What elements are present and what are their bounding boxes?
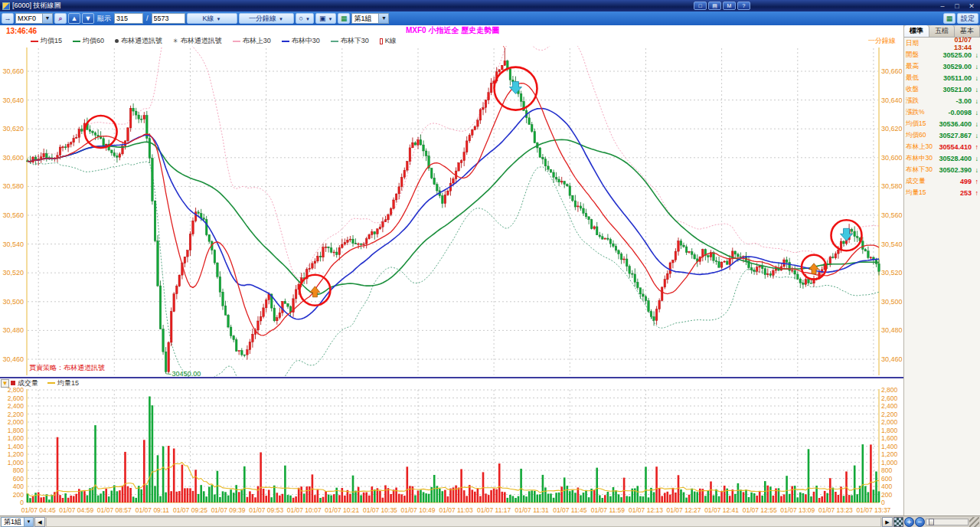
quote-row-均量15: 均量15 253 ↑ bbox=[904, 187, 980, 198]
legend-item-3: ✳布林通道訊號 bbox=[173, 36, 222, 46]
zoom-out-button[interactable]: − bbox=[915, 517, 925, 527]
price-gridlines: 30,46030,46030,48030,48030,50030,50030,5… bbox=[2, 47, 902, 375]
svg-text:30,540: 30,540 bbox=[2, 241, 24, 248]
svg-text:01/07 13:37: 01/07 13:37 bbox=[856, 506, 890, 514]
quote-value: -0.0098 bbox=[939, 109, 972, 116]
quote-row-布林中30: 布林中30 30528.400 ↓ bbox=[904, 152, 980, 164]
volume-chart[interactable]: 002002004004006006008008001,0001,0001,20… bbox=[0, 388, 903, 516]
close-button[interactable]: ✕ bbox=[965, 2, 978, 11]
svg-text:01/07 12:55: 01/07 12:55 bbox=[743, 506, 777, 514]
svg-text:200: 200 bbox=[13, 491, 24, 499]
scroll-up-button[interactable]: ▲ bbox=[68, 13, 80, 24]
time-axis-labels: 01/07 04:4501/07 04:5901/07 08:5701/07 0… bbox=[21, 506, 891, 514]
chevron-down-icon[interactable]: ▼ bbox=[378, 14, 388, 23]
svg-text:0: 0 bbox=[881, 499, 885, 506]
ktype-dropdown-button[interactable]: K線▼ bbox=[187, 13, 237, 24]
quote-value: 30528.400 bbox=[939, 155, 972, 162]
group-combo-bottom[interactable]: 第1組 ▼ bbox=[1, 517, 34, 527]
legend-item-0: 均價15 bbox=[31, 36, 62, 46]
svg-text:01/07 10:49: 01/07 10:49 bbox=[401, 506, 436, 514]
window-tool-button-3[interactable]: M bbox=[723, 2, 736, 10]
excel-export-button[interactable]: ▦ bbox=[943, 13, 956, 24]
image-icon: ▣ bbox=[319, 15, 326, 22]
resize-grip[interactable] bbox=[969, 517, 979, 527]
down-arrow-icon: ↓ bbox=[972, 132, 978, 139]
legend-marker bbox=[115, 39, 119, 43]
nav-arrow-icon[interactable]: → bbox=[2, 13, 14, 24]
overlay-dropdown-button[interactable]: ○▼ bbox=[296, 13, 314, 24]
svg-text:30,520: 30,520 bbox=[881, 269, 903, 277]
maximize-button[interactable]: □ bbox=[951, 2, 963, 11]
svg-text:01/07 12:13: 01/07 12:13 bbox=[629, 506, 663, 514]
chevron-down-icon[interactable]: ▼ bbox=[24, 518, 33, 526]
window-tool-button-2[interactable]: ▤ bbox=[708, 2, 721, 10]
panel-tab-標準[interactable]: 標準 bbox=[904, 25, 929, 37]
svg-text:01/07 11:31: 01/07 11:31 bbox=[515, 506, 550, 514]
volume-tool-icon[interactable]: ▼ bbox=[1, 379, 9, 388]
zoom-slider-handle[interactable] bbox=[929, 519, 934, 525]
svg-text:30,460: 30,460 bbox=[2, 355, 24, 363]
legend-item-5: 布林中30 bbox=[282, 36, 320, 46]
legend-item-6: 布林下30 bbox=[331, 36, 369, 46]
symbol-value: MXF0 bbox=[16, 15, 42, 22]
down-arrow-icon: ↓ bbox=[972, 120, 978, 128]
svg-text:1,000: 1,000 bbox=[8, 459, 24, 466]
minimize-button[interactable]: – bbox=[936, 2, 949, 11]
svg-text:1,600: 1,600 bbox=[881, 434, 898, 442]
svg-text:1,200: 1,200 bbox=[881, 450, 898, 458]
chevron-down-icon[interactable]: ▼ bbox=[42, 14, 52, 23]
volume-legend-item-1: 均量15 bbox=[47, 378, 79, 388]
session-clock: 13:46:46 bbox=[6, 27, 37, 35]
svg-text:2,400: 2,400 bbox=[8, 402, 24, 410]
quote-row-收盤: 收盤 30521.00 ↓ bbox=[904, 83, 980, 95]
interval-dropdown-button[interactable]: 一分鐘線▼ bbox=[239, 13, 294, 24]
quote-row-最低: 最低 30511.00 ↓ bbox=[904, 72, 980, 83]
quote-row-漲跌%: 漲跌% -0.0098 ↓ bbox=[904, 106, 980, 118]
chevron-down-icon: ▼ bbox=[279, 17, 283, 21]
group-combo[interactable]: 第1組 ▼ bbox=[351, 13, 389, 24]
image-dropdown-button[interactable]: ▣▼ bbox=[315, 13, 336, 24]
settings-button[interactable]: 設定 bbox=[957, 13, 978, 24]
quote-value: 30554.410 bbox=[939, 143, 972, 151]
svg-text:600: 600 bbox=[13, 475, 24, 483]
strategy-label: 買賣策略：布林通道訊號 bbox=[29, 364, 105, 372]
quote-value: 30527.867 bbox=[939, 132, 972, 139]
symbol-combo[interactable]: MXF0 ▼ bbox=[15, 13, 53, 24]
svg-text:01/07 08:57: 01/07 08:57 bbox=[97, 506, 132, 514]
quote-row-布林上30: 布林上30 30554.410 ↑ bbox=[904, 141, 980, 152]
quote-value: 30525.00 bbox=[939, 51, 972, 59]
legend-marker bbox=[331, 41, 338, 42]
zoom-slider[interactable] bbox=[926, 519, 969, 525]
quote-row-均價15: 均價15 30536.400 ↓ bbox=[904, 118, 980, 129]
quote-row-布林下30: 布林下30 30502.390 ↓ bbox=[904, 164, 980, 175]
grid-toggle-icon[interactable] bbox=[893, 517, 903, 527]
magnifier-button[interactable]: ⌕ bbox=[54, 13, 67, 24]
down-arrow-icon: ↓ bbox=[972, 74, 978, 82]
quote-value: 30502.390 bbox=[939, 166, 972, 174]
scroll-down-button[interactable]: ▼ bbox=[82, 13, 94, 24]
horizontal-scrollbar[interactable] bbox=[46, 517, 881, 527]
window-tool-button-4[interactable]: ? bbox=[737, 2, 750, 10]
zoom-in-button[interactable]: + bbox=[904, 517, 914, 527]
svg-text:2,400: 2,400 bbox=[881, 402, 898, 410]
up-arrow-icon: ↑ bbox=[972, 143, 978, 151]
svg-text:01/07 12:41: 01/07 12:41 bbox=[704, 506, 739, 514]
down-arrow-icon: ↓ bbox=[972, 155, 978, 162]
svg-text:01/07 12:27: 01/07 12:27 bbox=[667, 506, 701, 514]
volume-legend: ▼ 成交量均量15 bbox=[0, 378, 903, 388]
svg-text:2,200: 2,200 bbox=[8, 411, 24, 418]
quote-value: 253 bbox=[939, 189, 972, 197]
quote-value: 30511.00 bbox=[939, 74, 972, 82]
quote-value: 30521.00 bbox=[939, 86, 972, 93]
bars-shown-input[interactable] bbox=[114, 13, 143, 24]
window-tool-button-1[interactable]: □ bbox=[694, 2, 707, 10]
svg-text:30,640: 30,640 bbox=[881, 97, 903, 104]
price-chart[interactable]: 30,46030,46030,48030,48030,50030,50030,5… bbox=[0, 46, 903, 377]
excel-icon: ▦ bbox=[946, 15, 953, 22]
bars-total-input[interactable] bbox=[152, 13, 185, 24]
svg-text:30,660: 30,660 bbox=[881, 67, 903, 75]
scroll-left-button[interactable]: ◀ bbox=[34, 517, 45, 527]
down-arrow-icon: ↓ bbox=[972, 51, 978, 59]
save-layout-button[interactable]: ▦ bbox=[338, 13, 350, 24]
scroll-right-button[interactable]: ▶ bbox=[882, 517, 893, 527]
